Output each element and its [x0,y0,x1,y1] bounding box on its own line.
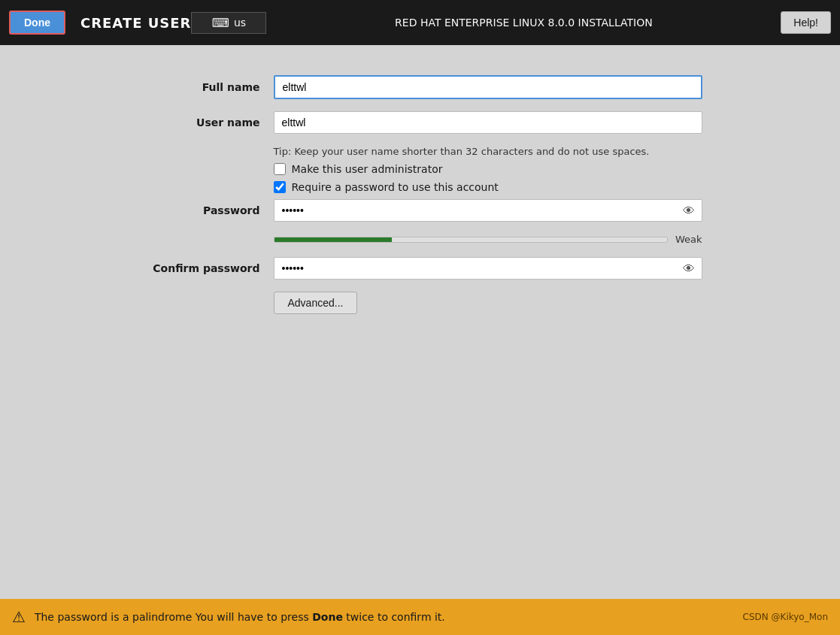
strength-bar-track [274,237,668,243]
warning-text: The password is a palindrome You will ha… [35,611,743,623]
strength-bar-container: Weak [274,234,702,245]
fullname-label: Full name [138,81,274,93]
strength-row: Weak [138,234,702,245]
warning-text-after: twice to confirm it. [343,611,445,623]
require-password-container[interactable]: Require a password to use this account [274,181,499,193]
admin-checkbox-label: Make this user administrator [292,163,443,175]
keyboard-layout-label: us [234,17,246,29]
admin-checkbox-row: Make this user administrator [138,163,702,175]
show-password-icon[interactable]: 👁 [683,204,695,218]
password-input-wrapper: 👁 [274,199,702,222]
require-password-row: Require a password to use this account [138,181,702,193]
warning-done-text: Done [312,611,343,623]
warning-text-before: The password is a palindrome You will ha… [35,611,312,623]
header: Done CREATE USER ⌨ us RED HAT ENTERPRISE… [0,0,840,45]
fullname-input[interactable] [274,75,702,99]
fullname-row: Full name [138,75,702,99]
done-button[interactable]: Done [9,11,65,35]
main-content: Full name User name Tip: Keep your user … [0,45,840,599]
password-input[interactable] [274,199,702,222]
username-input[interactable] [274,111,702,134]
admin-checkbox[interactable] [274,163,286,175]
confirm-password-row: Confirm password 👁 [138,257,702,280]
warning-icon: ⚠ [12,608,26,626]
strength-bar-fill [274,237,393,242]
keyboard-icon: ⌨ [212,16,229,30]
confirm-password-label: Confirm password [138,262,274,274]
advanced-button[interactable]: Advanced... [274,292,358,314]
tip-row: Tip: Keep your user name shorter than 32… [138,146,702,157]
confirm-password-wrapper: 👁 [274,257,702,280]
require-password-label: Require a password to use this account [292,181,499,193]
require-password-checkbox[interactable] [274,181,286,193]
strength-label: Weak [675,234,702,245]
page-title: CREATE USER [80,15,191,31]
tip-text: Tip: Keep your user name shorter than 32… [274,146,702,157]
app-title: RED HAT ENTERPRISE LINUX 8.0.0 INSTALLAT… [281,17,766,29]
warning-bar: ⚠ The password is a palindrome You will … [0,599,840,635]
watermark: CSDN @Kikyo_Mon [743,612,829,622]
username-label: User name [138,116,274,129]
keyboard-indicator[interactable]: ⌨ us [191,12,266,34]
password-label: Password [138,204,274,216]
advanced-row: Advanced... [138,292,702,314]
help-button[interactable]: Help! [781,11,831,34]
password-row: Password 👁 [138,199,702,222]
form-container: Full name User name Tip: Keep your user … [138,75,702,314]
username-row: User name [138,111,702,134]
admin-checkbox-container[interactable]: Make this user administrator [274,163,443,175]
confirm-password-input[interactable] [274,257,702,280]
show-confirm-password-icon[interactable]: 👁 [683,262,695,276]
